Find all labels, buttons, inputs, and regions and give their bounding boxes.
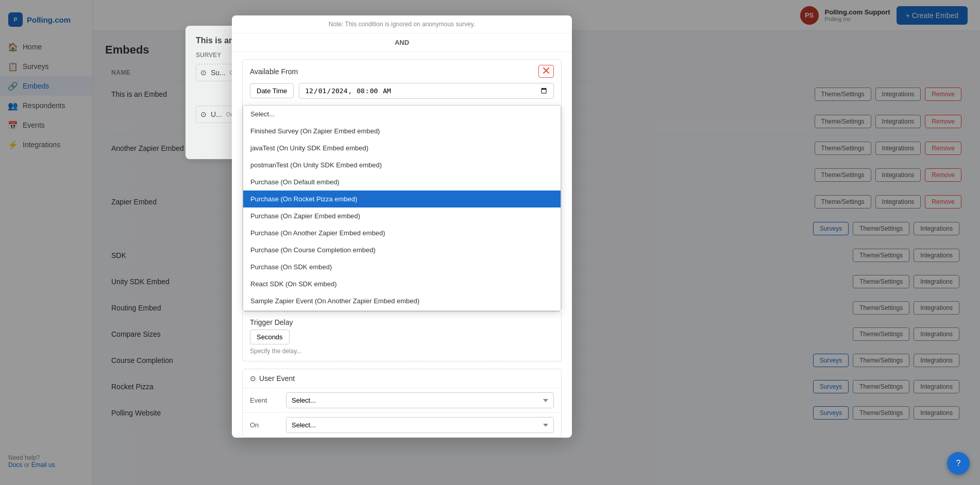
available-from-section: Available From Date Time Select... Finis… xyxy=(242,59,562,311)
event-label: Event xyxy=(250,396,281,404)
dropdown-item-placeholder[interactable]: Select... xyxy=(243,106,561,123)
on-label: On xyxy=(250,421,281,429)
dropdown-item-9[interactable]: Purchase (On SDK embed) xyxy=(243,258,561,275)
dropdown-item-12[interactable]: Session (On Default embed) xyxy=(243,309,561,311)
dropdown-item-4[interactable]: Purchase (On Default embed) xyxy=(243,174,561,190)
trigger-row: Seconds xyxy=(250,330,554,344)
target-icon: ⊙ xyxy=(200,68,207,77)
modal: Note: This condition is ignored on anony… xyxy=(232,15,572,438)
dropdown-item-6[interactable]: Purchase (On Zapier Embed embed) xyxy=(243,207,561,224)
user-event-icon: ⊙ xyxy=(250,374,256,383)
dropdown-item-5-selected[interactable]: Purchase (On Rocket Pizza embed) xyxy=(243,190,561,207)
survey-text: Su... xyxy=(211,68,226,77)
event-select-wrapper: Select... xyxy=(286,392,554,408)
on-select[interactable]: Select... xyxy=(286,417,554,433)
user-event-section: ⊙ User Event Event Select... On Se xyxy=(242,369,562,438)
target-icon-2: ⊙ xyxy=(200,110,207,118)
dropdown-item-3[interactable]: postmanTest (On Unity SDK Embed embed) xyxy=(243,157,561,174)
user-event-header: ⊙ User Event xyxy=(243,369,561,388)
date-type-button[interactable]: Date Time xyxy=(250,83,294,98)
section-delete-button[interactable] xyxy=(538,65,554,78)
overlay: This is an Em... SURVEY ⊙ Su... Only sho… xyxy=(0,0,980,485)
on-select-row: On Select... xyxy=(243,413,561,438)
trigger-delay-wrapper: Trigger Delay Seconds Specify the delay.… xyxy=(232,311,572,369)
dropdown-container: Select... Finished Survey (On Zapier Emb… xyxy=(243,105,561,311)
event-select[interactable]: Select... xyxy=(286,392,554,408)
dropdown-item-7[interactable]: Purchase (On Another Zapier Embed embed) xyxy=(243,224,561,241)
survey-text-2: U... xyxy=(211,110,222,118)
dropdown-item-11[interactable]: Sample Zapier Event (On Another Zapier E… xyxy=(243,292,561,309)
trigger-help: Specify the delay... xyxy=(250,348,554,355)
trigger-delay-header: Trigger Delay xyxy=(250,318,554,326)
dropdown-item-1[interactable]: Finished Survey (On Zapier Embed embed) xyxy=(243,123,561,140)
section-label: Available From xyxy=(250,67,298,76)
dropdown-item-2[interactable]: javaTest (On Unity SDK Embed embed) xyxy=(243,140,561,157)
event-select-row: Event Select... xyxy=(243,388,561,413)
help-icon: ? xyxy=(956,459,961,468)
user-event-label: User Event xyxy=(259,374,295,383)
dropdown-item-10[interactable]: React SDK (On SDK embed) xyxy=(243,275,561,292)
dropdown-list[interactable]: Select... Finished Survey (On Zapier Emb… xyxy=(243,105,561,311)
date-row: Date Time xyxy=(243,83,561,105)
on-select-wrapper: Select... xyxy=(286,417,554,433)
help-button[interactable]: ? xyxy=(947,452,970,475)
modal-top-text: Note: This condition is ignored on anony… xyxy=(232,15,572,33)
seconds-button[interactable]: Seconds xyxy=(250,330,290,344)
date-input[interactable] xyxy=(299,83,554,99)
trigger-delay-section: Trigger Delay Seconds Specify the delay.… xyxy=(242,311,562,361)
section-header: Available From xyxy=(243,60,561,83)
and-label: AND xyxy=(232,33,572,52)
dropdown-item-8[interactable]: Purchase (On Course Completion embed) xyxy=(243,241,561,258)
user-event-wrapper: ⊙ User Event Event Select... On Se xyxy=(232,369,572,438)
